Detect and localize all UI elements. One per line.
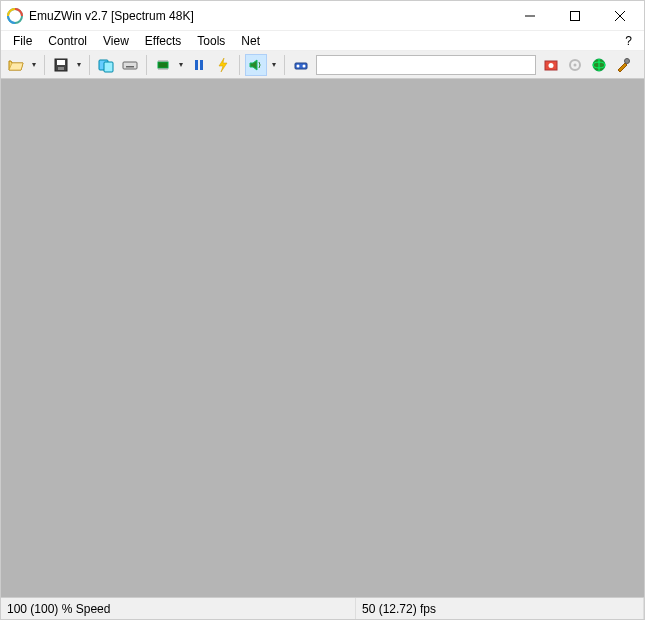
toolbar: ▾ ▾ ▾ bbox=[1, 51, 644, 79]
sound-button[interactable] bbox=[245, 54, 267, 76]
record-button[interactable] bbox=[290, 54, 312, 76]
tape-button[interactable] bbox=[95, 54, 117, 76]
window-title: EmuZWin v2.7 [Spectrum 48K] bbox=[29, 9, 507, 23]
svg-point-35 bbox=[549, 63, 554, 68]
menu-tools[interactable]: Tools bbox=[189, 32, 233, 50]
window-controls bbox=[507, 2, 642, 30]
svg-rect-18 bbox=[158, 62, 168, 68]
chip-button[interactable] bbox=[152, 54, 174, 76]
pause-button[interactable] bbox=[188, 54, 210, 76]
minimize-button[interactable] bbox=[507, 2, 552, 30]
close-button[interactable] bbox=[597, 2, 642, 30]
menubar: File Control View Effects Tools Net ? bbox=[1, 31, 644, 51]
svg-point-32 bbox=[297, 64, 300, 67]
open-dropdown[interactable]: ▾ bbox=[29, 54, 39, 76]
open-button[interactable] bbox=[5, 54, 27, 76]
svg-rect-30 bbox=[200, 60, 203, 70]
save-button[interactable] bbox=[50, 54, 72, 76]
screenshot-button[interactable] bbox=[540, 54, 562, 76]
svg-rect-17 bbox=[126, 66, 134, 68]
cog-button[interactable] bbox=[564, 54, 586, 76]
titlebar: EmuZWin v2.7 [Spectrum 48K] bbox=[1, 1, 644, 31]
svg-rect-2 bbox=[570, 11, 579, 20]
svg-rect-10 bbox=[123, 62, 137, 69]
menu-control[interactable]: Control bbox=[40, 32, 95, 50]
keyboard-button[interactable] bbox=[119, 54, 141, 76]
svg-point-33 bbox=[303, 64, 306, 67]
menu-view[interactable]: View bbox=[95, 32, 137, 50]
starburst-graphic bbox=[129, 207, 130, 208]
status-speed: 100 (100) % Speed bbox=[1, 598, 356, 619]
speed-button[interactable] bbox=[212, 54, 234, 76]
svg-rect-6 bbox=[57, 60, 65, 65]
save-dropdown[interactable]: ▾ bbox=[74, 54, 84, 76]
status-fps: 50 (12.72) fps bbox=[356, 598, 644, 619]
menu-file[interactable]: File bbox=[5, 32, 40, 50]
toolbar-input[interactable] bbox=[316, 55, 536, 75]
menu-net[interactable]: Net bbox=[233, 32, 268, 50]
svg-rect-9 bbox=[104, 62, 113, 72]
svg-rect-7 bbox=[58, 67, 64, 70]
chip-dropdown[interactable]: ▾ bbox=[176, 54, 186, 76]
svg-rect-29 bbox=[195, 60, 198, 70]
tools-button[interactable] bbox=[612, 54, 634, 76]
menu-effects[interactable]: Effects bbox=[137, 32, 189, 50]
emulator-screen[interactable] bbox=[1, 79, 644, 597]
maximize-button[interactable] bbox=[552, 2, 597, 30]
app-icon bbox=[7, 8, 23, 24]
svg-point-37 bbox=[574, 63, 577, 66]
globe-button[interactable] bbox=[588, 54, 610, 76]
svg-point-41 bbox=[625, 58, 630, 63]
sound-dropdown[interactable]: ▾ bbox=[269, 54, 279, 76]
statusbar: 100 (100) % Speed 50 (12.72) fps bbox=[1, 597, 644, 619]
menu-help[interactable]: ? bbox=[617, 32, 640, 50]
